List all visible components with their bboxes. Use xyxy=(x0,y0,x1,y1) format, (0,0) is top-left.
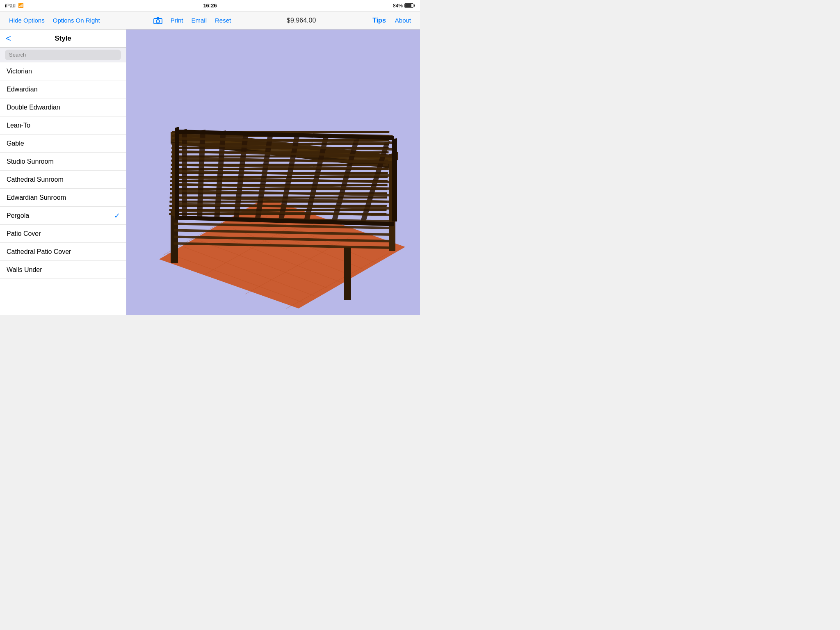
style-item-label: Walls Under xyxy=(7,266,42,274)
email-button[interactable]: Email xyxy=(187,11,211,30)
hide-options-button[interactable]: Hide Options xyxy=(5,11,49,30)
back-button[interactable]: < xyxy=(6,33,11,44)
style-item[interactable]: Edwardian Sunroom✓ xyxy=(0,189,126,207)
style-item-label: Gable xyxy=(7,140,24,147)
style-item-label: Lean-To xyxy=(7,122,30,129)
style-item-label: Studio Sunroom xyxy=(7,158,54,165)
main-content: < Style Victorian✓Edwardian✓Double Edwar… xyxy=(0,30,420,315)
sidebar-title: Style xyxy=(7,34,119,43)
checkmark-icon: ✓ xyxy=(114,211,120,220)
style-item-label: Double Edwardian xyxy=(7,104,60,111)
reset-button[interactable]: Reset xyxy=(211,11,235,30)
style-item-label: Victorian xyxy=(7,68,32,75)
style-item[interactable]: Double Edwardian✓ xyxy=(0,98,126,116)
camera-button[interactable] xyxy=(149,11,167,30)
device-label: iPad xyxy=(5,2,16,9)
svg-rect-16 xyxy=(344,247,351,300)
style-list: Victorian✓Edwardian✓Double Edwardian✓Lea… xyxy=(0,62,126,315)
style-item[interactable]: Victorian✓ xyxy=(0,62,126,80)
style-item[interactable]: Cathedral Sunroom✓ xyxy=(0,171,126,189)
style-item[interactable]: Pergola✓ xyxy=(0,207,126,225)
style-item[interactable]: Studio Sunroom✓ xyxy=(0,153,126,171)
style-item-label: Pergola xyxy=(7,212,29,219)
wifi-icon: 📶 xyxy=(18,3,24,8)
sidebar: < Style Victorian✓Edwardian✓Double Edwar… xyxy=(0,30,126,315)
svg-point-1 xyxy=(156,20,160,23)
style-item-label: Cathedral Sunroom xyxy=(7,176,64,183)
style-item[interactable]: Gable✓ xyxy=(0,135,126,153)
style-item-label: Edwardian Sunroom xyxy=(7,194,66,201)
sidebar-header: < Style xyxy=(0,30,126,48)
style-item[interactable]: Lean-To✓ xyxy=(0,116,126,135)
toolbar: Hide Options Options On Right Print Emai… xyxy=(0,11,420,30)
print-button[interactable]: Print xyxy=(167,11,187,30)
time-display: 16:26 xyxy=(203,2,217,9)
style-item-label: Patio Cover xyxy=(7,230,41,237)
style-item[interactable]: Edwardian✓ xyxy=(0,80,126,98)
style-item-label: Cathedral Patio Cover xyxy=(7,248,71,256)
battery-indicator xyxy=(404,3,415,8)
3d-viewport[interactable] xyxy=(126,30,420,315)
about-button[interactable]: About xyxy=(391,11,415,30)
pergola-svg xyxy=(126,30,420,315)
svg-marker-76 xyxy=(175,127,179,219)
svg-marker-77 xyxy=(392,138,397,221)
options-on-right-button[interactable]: Options On Right xyxy=(49,11,104,30)
style-item-label: Edwardian xyxy=(7,86,38,93)
tips-button[interactable]: Tips xyxy=(368,11,391,30)
search-input[interactable] xyxy=(5,50,121,60)
battery-percent: 84% xyxy=(393,3,403,9)
price-display: $9,964.00 xyxy=(280,17,322,24)
status-bar: iPad 📶 16:26 84% xyxy=(0,0,420,11)
style-item[interactable]: Patio Cover✓ xyxy=(0,225,126,243)
style-item[interactable]: Walls Under✓ xyxy=(0,261,126,279)
style-item[interactable]: Cathedral Patio Cover✓ xyxy=(0,243,126,261)
sidebar-search-bar xyxy=(0,48,126,62)
